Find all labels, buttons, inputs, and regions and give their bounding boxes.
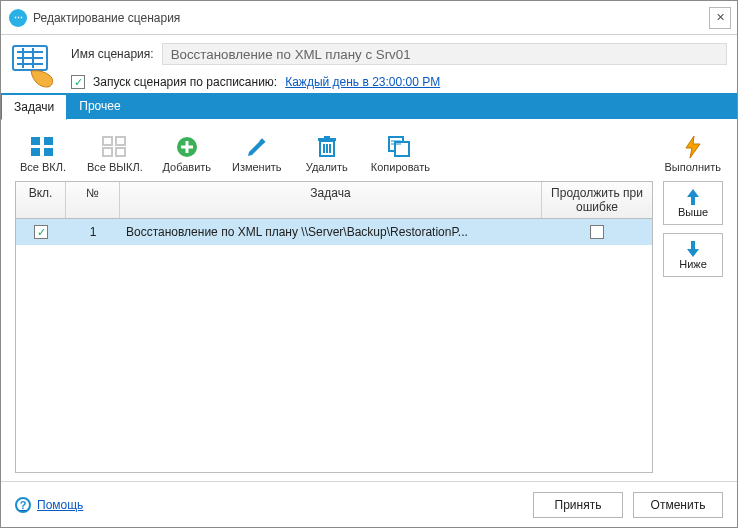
grid-on-icon bbox=[29, 135, 57, 159]
move-down-button[interactable]: Ниже bbox=[663, 233, 723, 277]
help-link[interactable]: ? Помощь bbox=[15, 497, 83, 513]
all-off-button[interactable]: Все ВЫКЛ. bbox=[87, 135, 143, 173]
row-continue-cell: ✓ bbox=[542, 225, 652, 240]
name-row: Имя сценария: bbox=[71, 43, 727, 65]
delete-button[interactable]: Удалить bbox=[301, 135, 353, 173]
titlebar: ⋯ Редактирование сценария ✕ bbox=[1, 1, 737, 35]
all-on-button[interactable]: Все ВКЛ. bbox=[17, 135, 69, 173]
row-number-cell: 1 bbox=[66, 225, 120, 239]
grid-header: Вкл. № Задача Продолжить при ошибке bbox=[16, 182, 652, 219]
scenario-edit-window: ⋯ Редактирование сценария ✕ Имя сценария… bbox=[0, 0, 738, 528]
window-title: Редактирование сценария bbox=[33, 11, 709, 25]
copy-button[interactable]: Копировать bbox=[371, 135, 430, 173]
plus-icon bbox=[173, 135, 201, 159]
edit-button[interactable]: Изменить bbox=[231, 135, 283, 173]
arrow-up-icon bbox=[685, 188, 701, 206]
copy-icon bbox=[386, 135, 414, 159]
row-task-cell: Восстановление по XML плану \\Server\Bac… bbox=[120, 225, 542, 239]
scenario-icon bbox=[11, 43, 57, 89]
row-continue-checkbox[interactable]: ✓ bbox=[590, 225, 604, 239]
move-up-button[interactable]: Выше bbox=[663, 181, 723, 225]
accept-button[interactable]: Принять bbox=[533, 492, 623, 518]
svg-rect-11 bbox=[116, 137, 125, 145]
close-icon: ✕ bbox=[716, 11, 725, 24]
schedule-row: ✓ Запуск сценария по расписанию: Каждый … bbox=[71, 75, 727, 89]
svg-rect-7 bbox=[44, 137, 53, 145]
scenario-name-input[interactable] bbox=[162, 43, 727, 65]
col-number[interactable]: № bbox=[66, 182, 120, 218]
col-continue[interactable]: Продолжить при ошибке bbox=[542, 182, 652, 218]
svg-rect-20 bbox=[324, 136, 330, 138]
reorder-buttons: Выше Ниже bbox=[663, 181, 723, 473]
header-area: Имя сценария: ✓ Запуск сценария по распи… bbox=[1, 35, 737, 93]
execute-button[interactable]: Выполнить bbox=[665, 135, 721, 173]
tab-tasks[interactable]: Задачи bbox=[1, 94, 67, 120]
add-button[interactable]: Добавить bbox=[161, 135, 213, 173]
schedule-checkbox[interactable]: ✓ bbox=[71, 75, 85, 89]
row-enabled-checkbox[interactable]: ✓ bbox=[34, 225, 48, 239]
help-icon: ? bbox=[15, 497, 31, 513]
svg-rect-6 bbox=[31, 137, 40, 145]
arrow-down-icon bbox=[685, 240, 701, 258]
svg-rect-19 bbox=[318, 138, 336, 141]
col-enabled[interactable]: Вкл. bbox=[16, 182, 66, 218]
tabs: Задачи Прочее bbox=[1, 93, 737, 119]
cancel-button[interactable]: Отменить bbox=[633, 492, 723, 518]
svg-rect-13 bbox=[116, 148, 125, 156]
schedule-label: Запуск сценария по расписанию: bbox=[93, 75, 277, 89]
lightning-icon bbox=[679, 135, 707, 159]
tab-other[interactable]: Прочее bbox=[67, 93, 132, 119]
svg-rect-10 bbox=[103, 137, 112, 145]
svg-rect-9 bbox=[44, 148, 53, 156]
svg-rect-16 bbox=[181, 146, 193, 149]
close-button[interactable]: ✕ bbox=[709, 7, 731, 29]
schedule-link[interactable]: Каждый день в 23:00:00 PM bbox=[285, 75, 440, 89]
svg-rect-12 bbox=[103, 148, 112, 156]
grid-off-icon bbox=[101, 135, 129, 159]
name-label: Имя сценария: bbox=[71, 47, 154, 61]
table-row[interactable]: ✓ 1 Восстановление по XML плану \\Server… bbox=[16, 219, 652, 245]
col-task[interactable]: Задача bbox=[120, 182, 542, 218]
row-enabled-cell: ✓ bbox=[16, 225, 66, 240]
svg-rect-8 bbox=[31, 148, 40, 156]
tasks-grid: Вкл. № Задача Продолжить при ошибке ✓ 1 … bbox=[15, 181, 653, 473]
body: Все ВКЛ. Все ВЫКЛ. Добавить Изменить bbox=[1, 119, 737, 481]
pencil-icon bbox=[243, 135, 271, 159]
app-icon: ⋯ bbox=[9, 9, 27, 27]
table-area: Вкл. № Задача Продолжить при ошибке ✓ 1 … bbox=[15, 181, 723, 473]
footer: ? Помощь Принять Отменить bbox=[1, 481, 737, 527]
trash-icon bbox=[313, 135, 341, 159]
toolbar: Все ВКЛ. Все ВЫКЛ. Добавить Изменить bbox=[15, 131, 723, 181]
